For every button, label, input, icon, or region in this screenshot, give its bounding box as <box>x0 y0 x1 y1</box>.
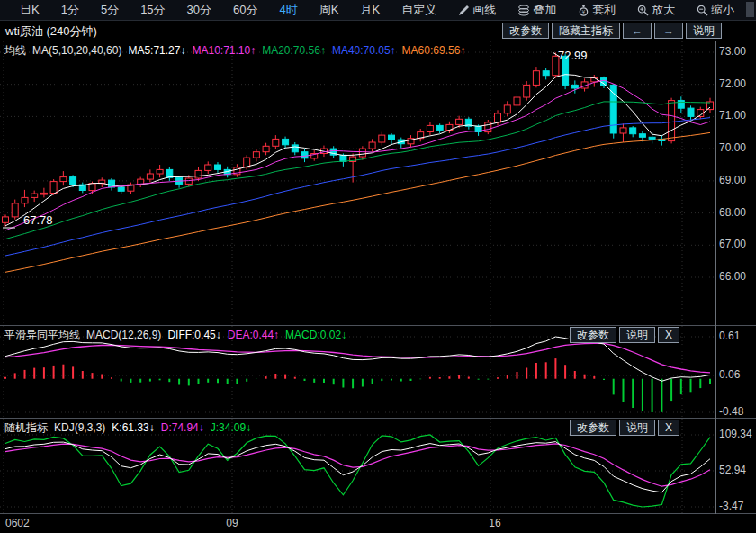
next-arrow-button[interactable]: → <box>654 23 683 39</box>
macd-header: 平滑异同平均线MACD(12,26,9)DIFF:0.45↓DEA:0.44↑M… <box>4 328 359 343</box>
macd-pane: 平滑异同平均线MACD(12,26,9)DIFF:0.45↓DEA:0.44↑M… <box>0 326 716 418</box>
toolbar-period-8[interactable]: 月K <box>349 2 391 18</box>
macd-close-button[interactable]: X <box>658 327 680 343</box>
axis-frame-line <box>716 41 716 514</box>
macd-value-1: DEA:0.44↑ <box>228 329 279 341</box>
candlestick-chart[interactable] <box>0 41 716 325</box>
kdj-indicator-name: 随机指标 <box>4 421 48 434</box>
svg-text:¥: ¥ <box>582 9 586 14</box>
kdj-help-button[interactable]: 说明 <box>619 420 655 436</box>
axis-label: 109.34 <box>719 428 752 440</box>
kdj-modify-params-button[interactable]: 改参数 <box>570 420 616 436</box>
macd-value-0: DIFF:0.45↓ <box>167 329 220 341</box>
toolbar-period-6[interactable]: 4时 <box>269 2 309 18</box>
macd-buttons: 改参数说明X <box>567 327 680 343</box>
toolbar: 日K1分5分15分30分60分4时周K月K自定义画线叠加¥套利放大缩小 <box>0 0 756 20</box>
axis-label: -3.47 <box>719 500 743 512</box>
ma-header: 均线MA(5,10,20,40,60)MA5:71.27↓MA10:71.10↑… <box>4 43 478 59</box>
toolbar-period-9[interactable]: 自定义 <box>391 2 447 18</box>
axis-label: 69.00 <box>719 174 746 186</box>
kdj-value-0: K:61.33↓ <box>112 421 154 434</box>
kdj-close-button[interactable]: X <box>658 420 680 436</box>
toolbar-period-7[interactable]: 周K <box>309 2 350 18</box>
axis-label: 67.00 <box>719 238 746 250</box>
ma-indicator-name: 均线 <box>4 44 26 57</box>
toolbar-tool-1[interactable]: 叠加 <box>507 2 567 18</box>
chart-titlebar: wti原油 (240分钟) 改参数隐藏主指标←→说明 <box>0 21 756 41</box>
kdj-value-1: D:74.94↓ <box>161 421 204 434</box>
zoom-in-icon <box>637 5 649 16</box>
zoom-out-icon <box>697 5 708 16</box>
toolbar-period-5[interactable]: 60分 <box>222 2 268 18</box>
ma-value-2: MA20:70.56↑ <box>262 44 326 57</box>
ma-value-4: MA60:69.56↑ <box>402 44 466 57</box>
time-axis: 06020916 <box>0 514 756 533</box>
hide-main-indicator-button[interactable]: 隐藏主指标 <box>552 23 620 39</box>
axis-label: 0.61 <box>719 330 740 342</box>
axis-label: 70.00 <box>719 141 746 154</box>
time-axis-label: 09 <box>226 517 238 529</box>
macd-modify-params-button[interactable]: 改参数 <box>570 327 616 343</box>
high-price-annotation: 72.99 <box>558 49 588 62</box>
axis-label: 52.94 <box>719 464 746 476</box>
time-axis-label: 16 <box>489 517 500 529</box>
kdj-buttons: 改参数说明X <box>567 420 680 436</box>
toolbar-tool-2[interactable]: ¥套利 <box>567 2 626 18</box>
stack-icon <box>518 5 530 16</box>
titlebar-buttons: 改参数隐藏主指标←→说明 <box>500 23 722 39</box>
toolbar-period-0[interactable]: 日K <box>9 2 50 18</box>
ma-value-0: MA5:71.27↓ <box>128 44 185 57</box>
ma-value-1: MA10:71.10↑ <box>192 44 256 57</box>
toolbar-period-4[interactable]: 30分 <box>176 2 222 18</box>
main-chart-pane: 均线MA(5,10,20,40,60)MA5:71.27↓MA10:71.10↑… <box>0 41 716 325</box>
kdj-pane: 随机指标KDJ(9,3,3)K:61.33↓D:74.94↓J:34.09↓ 改… <box>0 419 716 513</box>
ma-value-3: MA40:70.05↑ <box>332 44 396 57</box>
ma-formula: MA(5,10,20,40,60) <box>32 44 122 57</box>
axis-label: 66.00 <box>719 270 746 283</box>
moneybag-icon: ¥ <box>578 5 590 16</box>
axis-label: 72.00 <box>719 77 746 90</box>
price-axis: 73.0072.0071.0070.0069.0068.0067.0066.00… <box>716 0 756 533</box>
toolbar-tool-3[interactable]: 放大 <box>626 2 686 18</box>
kdj-formula: KDJ(9,3,3) <box>54 421 105 434</box>
time-axis-label: 0602 <box>5 517 30 529</box>
axis-label: 68.00 <box>719 206 746 219</box>
kdj-value-2: J:34.09↓ <box>211 421 251 434</box>
kdj-header: 随机指标KDJ(9,3,3)K:61.33↓D:74.94↓J:34.09↓ <box>4 420 264 436</box>
modify-params-button[interactable]: 改参数 <box>502 23 549 39</box>
macd-indicator-name: 平滑异同平均线 <box>4 329 80 341</box>
toolbar-period-3[interactable]: 15分 <box>130 2 176 18</box>
macd-value-2: MACD:0.02↓ <box>285 329 346 341</box>
axis-label: -0.48 <box>719 405 743 418</box>
toolbar-period-1[interactable]: 1分 <box>50 2 90 18</box>
macd-help-button[interactable]: 说明 <box>619 327 655 343</box>
axis-label: 71.00 <box>719 109 746 122</box>
toolbar-period-2[interactable]: 5分 <box>90 2 130 18</box>
pencil-icon <box>458 5 470 16</box>
trading-terminal: 日K1分5分15分30分60分4时周K月K自定义画线叠加¥套利放大缩小 wti原… <box>0 0 756 533</box>
axis-label: 0.06 <box>719 368 740 381</box>
low-price-annotation: 67.78 <box>23 213 53 227</box>
chart-title: wti原油 (240分钟) <box>5 23 97 40</box>
axis-label: 73.00 <box>719 45 746 58</box>
macd-formula: MACD(12,26,9) <box>86 329 161 341</box>
prev-arrow-button[interactable]: ← <box>623 23 652 39</box>
toolbar-tool-0[interactable]: 画线 <box>447 2 507 18</box>
